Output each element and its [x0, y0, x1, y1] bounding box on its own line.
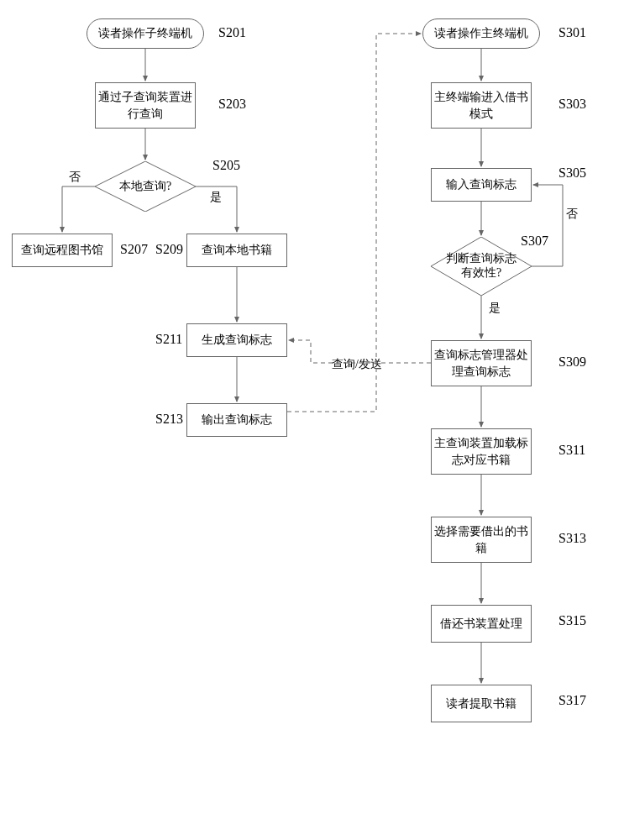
s309-text: 查询标志管理器处理查询标志 — [432, 347, 531, 380]
process-s213: 输出查询标志 — [186, 403, 287, 437]
s303-text: 主终端输进入借书模式 — [432, 89, 531, 122]
s313-text: 选择需要借出的书籍 — [432, 523, 531, 556]
label-s307: S307 — [521, 234, 548, 249]
process-s207: 查询远程图书馆 — [12, 234, 113, 267]
label-s317: S317 — [558, 693, 586, 708]
s209-text: 查询本地书籍 — [202, 242, 272, 259]
s207-text: 查询远程图书馆 — [21, 242, 103, 259]
label-s301: S301 — [558, 25, 586, 40]
s315-text: 借还书装置处理 — [440, 616, 522, 633]
label-s207: S207 — [120, 242, 148, 257]
terminator-s301: 读者操作主终端机 — [422, 18, 540, 49]
process-s209: 查询本地书籍 — [186, 234, 287, 267]
process-s309: 查询标志管理器处理查询标志 — [431, 340, 532, 386]
s301-text: 读者操作主终端机 — [434, 25, 528, 42]
s201-text: 读者操作子终端机 — [98, 25, 192, 42]
label-s305: S305 — [558, 165, 586, 181]
label-s211: S211 — [155, 332, 182, 347]
s203-text: 通过子查询装置进行查询 — [96, 89, 195, 122]
process-s311: 主查询装置加载标志对应书籍 — [431, 428, 532, 475]
label-s313: S313 — [558, 531, 586, 546]
label-s203: S203 — [218, 97, 246, 112]
label-s309: S309 — [558, 354, 586, 370]
s305-text: 输入查询标志 — [446, 176, 517, 193]
s205-text: 本地查询? — [107, 180, 183, 194]
s307-yes: 是 — [489, 301, 501, 316]
label-s213: S213 — [155, 412, 183, 427]
label-s303: S303 — [558, 97, 586, 112]
process-s305: 输入查询标志 — [431, 168, 532, 202]
process-s313: 选择需要借出的书籍 — [431, 517, 532, 563]
decision-s307: 判断查询标志有效性? — [431, 237, 532, 296]
terminator-s201: 读者操作子终端机 — [87, 18, 204, 49]
label-s201: S201 — [218, 25, 246, 40]
label-s315: S315 — [558, 613, 586, 628]
s317-text: 读者提取书籍 — [446, 696, 517, 712]
process-s317: 读者提取书籍 — [431, 685, 532, 722]
process-s303: 主终端输进入借书模式 — [431, 82, 532, 129]
s211-text: 生成查询标志 — [202, 332, 272, 349]
process-s211: 生成查询标志 — [186, 323, 287, 357]
s213-text: 输出查询标志 — [202, 412, 272, 428]
label-s205: S205 — [212, 158, 240, 173]
process-s203: 通过子查询装置进行查询 — [95, 82, 196, 129]
label-s311: S311 — [558, 443, 585, 458]
process-s315: 借还书装置处理 — [431, 605, 532, 643]
s307-no: 否 — [566, 207, 578, 222]
s307-text: 判断查询标志有效性? — [431, 252, 532, 281]
label-s209: S209 — [155, 242, 183, 257]
dashed-label: 查询/发送 — [332, 357, 382, 372]
decision-s205: 本地查询? — [95, 161, 196, 212]
s205-yes: 是 — [210, 190, 222, 205]
s205-no: 否 — [69, 170, 81, 185]
s311-text: 主查询装置加载标志对应书籍 — [432, 435, 531, 468]
